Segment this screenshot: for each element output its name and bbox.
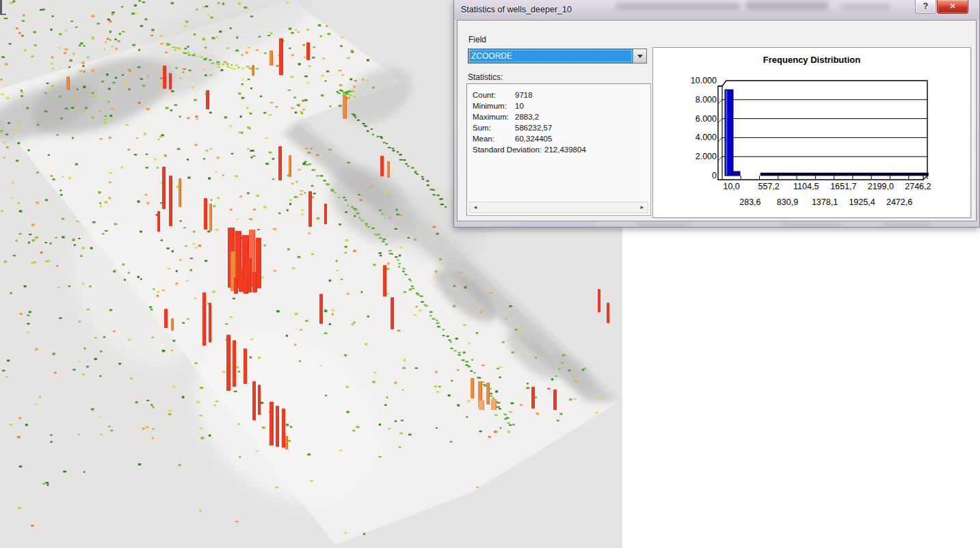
stat-row: Standard Deviation:212,439804 (473, 144, 648, 155)
stat-row: Maximum:2883,2 (473, 111, 648, 122)
x-tick-label: 2472,6 (886, 197, 912, 207)
stat-value: 10 (515, 100, 524, 111)
chart-y-axis-labels: 02.0004.0006.0008.00010.000 (653, 72, 717, 184)
glass-blur-smudge (517, 222, 596, 226)
stat-row: Minimum:10 (473, 100, 648, 111)
stat-name: Standard Deviation: (473, 144, 544, 155)
glass-blur-smudge (780, 223, 842, 226)
scroll-left-icon[interactable]: ◄ (470, 202, 481, 213)
chevron-down-icon[interactable] (633, 49, 646, 63)
stat-name: Sum: (473, 122, 515, 133)
stat-value: 9718 (515, 90, 533, 100)
glass-blur-smudge (842, 3, 890, 10)
x-tick-label: 830,9 (777, 197, 798, 207)
stat-name: Minimum: (473, 100, 515, 111)
dialog-bottom-border (454, 221, 979, 227)
close-icon: ✕ (949, 1, 956, 11)
dialog-titlebar[interactable]: Statistics of wells_deeper_10 ? ✕ (454, 0, 979, 20)
y-tick-label: 0 (653, 172, 717, 180)
x-tick-label: 1925,4 (849, 197, 875, 207)
stat-name: Maximum: (473, 111, 515, 122)
field-dropdown-value: ZCOORDE (468, 49, 633, 63)
stat-value: 212,439804 (544, 144, 586, 155)
stat-row: Mean:60,324405 (473, 133, 648, 144)
help-button[interactable]: ? (915, 0, 936, 14)
stat-value: 586232,57 (515, 122, 552, 133)
glass-blur-smudge (616, 3, 739, 10)
y-tick-label: 4.000 (653, 133, 717, 141)
screen: Statistics of wells_deeper_10 ? ✕ Field … (0, 0, 980, 548)
statistics-dialog: Statistics of wells_deeper_10 ? ✕ Field … (453, 0, 980, 228)
y-tick-label: 6.000 (653, 115, 717, 123)
stat-row: Sum:586232,57 (473, 122, 648, 133)
horizontal-scrollbar[interactable]: ◄ ► (469, 202, 648, 213)
stat-name: Mean: (473, 133, 515, 144)
glass-blur-smudge (746, 1, 828, 10)
dialog-title: Statistics of wells_deeper_10 (461, 5, 572, 14)
scroll-right-icon[interactable]: ► (637, 202, 648, 213)
help-icon: ? (923, 1, 928, 11)
field-dropdown[interactable]: ZCOORDE (468, 49, 647, 64)
statistics-box: Count:9718Minimum:10Maximum:2883,2Sum:58… (466, 83, 651, 216)
y-tick-label: 2.000 (653, 152, 717, 161)
statistics-label: Statistics: (468, 72, 503, 82)
x-tick-label: 1378,1 (812, 197, 838, 207)
glass-blur-smudge (637, 223, 691, 226)
stat-row: Count:9718 (473, 90, 648, 100)
chart-plot-area (722, 81, 927, 176)
caption-buttons: ? ✕ (915, 0, 968, 14)
stat-value: 2883,2 (515, 111, 539, 122)
x-tick-label: 283,6 (739, 197, 760, 207)
dialog-client-area: Field ZCOORDE Statistics: Count:9718Mini… (457, 20, 977, 221)
stat-name: Count: (473, 90, 515, 100)
y-tick-label: 8.000 (653, 96, 717, 104)
chart-title: Frequency Distribution (653, 55, 970, 65)
frequency-chart-panel: Frequency Distribution 02.0004.0006.0008… (652, 47, 971, 218)
glass-blur-smudge (883, 223, 931, 226)
field-label: Field (468, 35, 486, 44)
close-button[interactable]: ✕ (937, 0, 968, 14)
viewport-corner-mark (0, 0, 2, 15)
histogram (714, 72, 936, 192)
y-tick-label: 10.000 (653, 77, 717, 85)
viewport-corner-mark-h (0, 14, 6, 15)
stat-value: 60,324405 (515, 133, 552, 144)
